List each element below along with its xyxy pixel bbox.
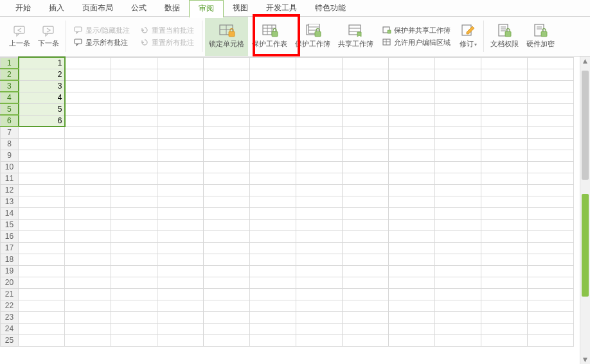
menu-item-7[interactable]: 开发工具 xyxy=(257,0,306,16)
cell[interactable] xyxy=(111,311,157,323)
cell[interactable] xyxy=(204,311,250,323)
row-header[interactable]: 15 xyxy=(1,219,19,230)
menu-item-6[interactable]: 视图 xyxy=(224,0,257,16)
cell[interactable] xyxy=(296,126,343,138)
cell[interactable] xyxy=(111,173,157,184)
cell[interactable] xyxy=(65,103,111,115)
cell[interactable] xyxy=(389,300,435,311)
cell[interactable] xyxy=(343,311,389,323)
cell[interactable] xyxy=(157,230,204,242)
cell[interactable] xyxy=(343,69,389,80)
cell[interactable] xyxy=(389,196,435,207)
cell[interactable] xyxy=(343,103,389,115)
cell[interactable] xyxy=(204,288,250,300)
cell[interactable] xyxy=(528,126,574,138)
cell[interactable] xyxy=(389,115,435,126)
cell[interactable] xyxy=(528,161,574,173)
cell[interactable] xyxy=(528,80,574,92)
cell[interactable] xyxy=(19,230,65,242)
cell[interactable] xyxy=(250,92,296,103)
cell[interactable] xyxy=(343,254,389,265)
cell[interactable] xyxy=(65,230,111,242)
cell[interactable] xyxy=(389,184,435,196)
cell[interactable] xyxy=(204,219,250,230)
row-header[interactable]: 20 xyxy=(1,277,19,288)
cell[interactable] xyxy=(296,80,343,92)
cell[interactable] xyxy=(204,92,250,103)
cell[interactable] xyxy=(343,323,389,334)
cell[interactable] xyxy=(19,288,65,300)
cell[interactable] xyxy=(296,103,343,115)
row-header[interactable]: 25 xyxy=(1,334,19,346)
cell[interactable] xyxy=(19,207,65,219)
cell[interactable] xyxy=(157,69,204,80)
cell[interactable] xyxy=(204,323,250,334)
cell[interactable] xyxy=(65,126,111,138)
cell[interactable] xyxy=(250,150,296,161)
cell[interactable] xyxy=(296,219,343,230)
cell[interactable] xyxy=(65,265,111,277)
cell[interactable] xyxy=(250,57,296,69)
cell[interactable] xyxy=(296,300,343,311)
row-header[interactable]: 12 xyxy=(1,184,19,196)
cell[interactable] xyxy=(204,230,250,242)
cell[interactable] xyxy=(111,207,157,219)
cell[interactable] xyxy=(389,265,435,277)
cell[interactable] xyxy=(389,173,435,184)
cell[interactable] xyxy=(389,150,435,161)
cell[interactable] xyxy=(19,323,65,334)
cell[interactable] xyxy=(157,323,204,334)
cell[interactable] xyxy=(111,126,157,138)
cell[interactable] xyxy=(435,207,481,219)
cell[interactable] xyxy=(343,242,389,254)
cell[interactable] xyxy=(250,103,296,115)
cell[interactable] xyxy=(296,242,343,254)
cell[interactable] xyxy=(65,288,111,300)
cell[interactable] xyxy=(389,92,435,103)
cell[interactable] xyxy=(481,92,528,103)
cell[interactable] xyxy=(65,219,111,230)
row-header[interactable]: 7 xyxy=(1,126,19,138)
cell[interactable] xyxy=(111,103,157,115)
cell[interactable] xyxy=(343,115,389,126)
row-header[interactable]: 10 xyxy=(1,161,19,173)
cell[interactable] xyxy=(435,184,481,196)
cell[interactable] xyxy=(19,126,65,138)
protect-sheet-button[interactable]: 保护工作表 xyxy=(248,17,291,56)
cell[interactable] xyxy=(157,57,204,69)
cell[interactable] xyxy=(389,230,435,242)
cell[interactable] xyxy=(389,288,435,300)
cell[interactable] xyxy=(296,115,343,126)
cell[interactable] xyxy=(343,138,389,150)
cell[interactable] xyxy=(157,300,204,311)
cell[interactable] xyxy=(296,265,343,277)
cell[interactable] xyxy=(389,242,435,254)
cell[interactable] xyxy=(528,207,574,219)
row-header[interactable]: 8 xyxy=(1,138,19,150)
cell[interactable] xyxy=(296,334,343,346)
cell[interactable] xyxy=(204,161,250,173)
cell[interactable] xyxy=(481,265,528,277)
cell[interactable] xyxy=(65,207,111,219)
cell[interactable] xyxy=(19,196,65,207)
cell[interactable] xyxy=(481,80,528,92)
cell[interactable] xyxy=(481,277,528,288)
cell[interactable] xyxy=(65,161,111,173)
cell[interactable] xyxy=(19,184,65,196)
cell[interactable] xyxy=(481,126,528,138)
cell[interactable] xyxy=(389,254,435,265)
cell[interactable] xyxy=(528,173,574,184)
cell[interactable] xyxy=(528,311,574,323)
cell[interactable] xyxy=(343,92,389,103)
scroll-down-button[interactable]: ▼ xyxy=(580,355,590,364)
cell[interactable] xyxy=(296,57,343,69)
row-header[interactable]: 6 xyxy=(1,115,19,126)
spreadsheet-grid[interactable]: 1122334455667891011121314151617181920212… xyxy=(0,56,574,347)
cell[interactable] xyxy=(65,242,111,254)
cell[interactable] xyxy=(435,161,481,173)
cell[interactable] xyxy=(343,288,389,300)
cell[interactable] xyxy=(111,57,157,69)
cell[interactable] xyxy=(481,288,528,300)
row-header[interactable]: 2 xyxy=(1,69,19,80)
cell[interactable]: 4 xyxy=(19,92,65,103)
